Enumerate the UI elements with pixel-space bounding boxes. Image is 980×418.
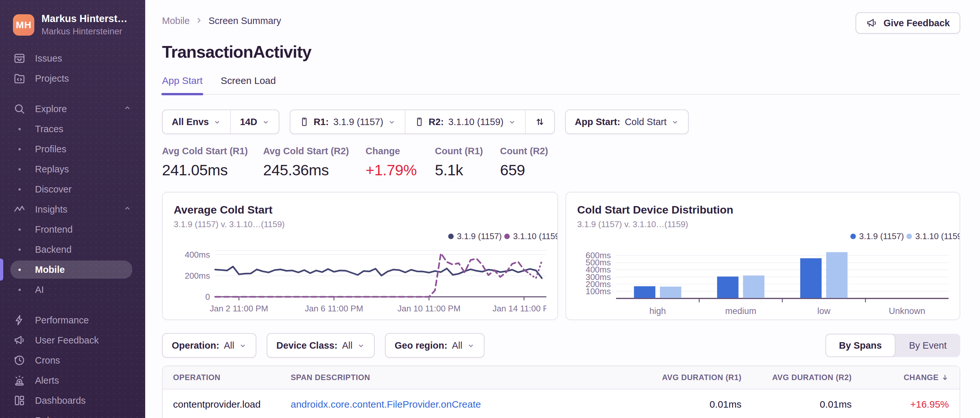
legend-label: 3.1.9 (1157) (859, 231, 904, 242)
bullet-icon (13, 243, 26, 256)
swap-arrows-icon (535, 117, 545, 127)
svg-text:medium: medium (725, 306, 756, 316)
svg-text:Unknown: Unknown (889, 306, 925, 316)
active-highlight (10, 261, 132, 279)
chart-legend: 3.1.9 (1157)3.1.10 (1159) (448, 231, 558, 242)
device-distribution-chart-card: Cold Start Device Distribution 3.1.9 (11… (565, 192, 960, 320)
stat-count-r1: Count (R1)5.1k (435, 146, 500, 179)
release-2-filter[interactable]: R2: 3.1.10 (1159) (406, 110, 525, 134)
chevron-down-icon (467, 342, 475, 350)
legend-label: 3.1.9 (1157) (457, 231, 502, 242)
stat-label: Change (366, 146, 435, 156)
sidebar-item-alerts[interactable]: Alerts (0, 370, 145, 391)
avg-cold-start-chart-card: Average Cold Start 3.1.9 (1157) v. 3.1.1… (162, 192, 558, 320)
sidebar-item-ai[interactable]: AI (0, 280, 145, 300)
sidebar-item-label: Projects (35, 73, 69, 84)
legend-label: 3.1.10 (1159) (513, 231, 558, 242)
sidebar-item-releases[interactable]: Releases (0, 410, 145, 418)
sidebar-item-profiles[interactable]: Profiles (0, 139, 145, 159)
stat-avg-cold-start-r2: Avg Cold Start (R2)245.36ms (263, 146, 366, 179)
chevron-down-icon (213, 118, 221, 126)
legend-dot (504, 234, 510, 239)
sidebar-item-label: Discover (35, 184, 72, 195)
geo-region-filter[interactable]: Geo region: All (386, 334, 484, 357)
toggle-by-event[interactable]: By Event (896, 334, 960, 357)
charts-row: Average Cold Start 3.1.9 (1157) v. 3.1.1… (162, 192, 960, 320)
column-header-span-description: SPAN DESCRIPTION (280, 366, 639, 389)
legend-item-3-1-10-1159[interactable]: 3.1.10 (1159) (907, 231, 960, 242)
chevron-down-icon (671, 118, 679, 126)
sidebar-item-backend[interactable]: Backend (0, 240, 145, 259)
tab-screen-load[interactable]: Screen Load (221, 75, 276, 94)
legend-item-3-1-9-1157[interactable]: 3.1.9 (1157) (448, 231, 502, 242)
date-range-filter[interactable]: 14D (231, 110, 278, 134)
org-switcher[interactable]: MH Markus Hinterst… Markus Hintersteiner (0, 0, 145, 37)
swap-releases-button[interactable] (526, 110, 554, 134)
sidebar-item-traces[interactable]: Traces (0, 119, 145, 139)
sidebar-item-frontend[interactable]: Frontend (0, 219, 145, 240)
megaphone-icon (866, 17, 878, 29)
stat-label: Avg Cold Start (R2) (263, 146, 366, 156)
sidebar-item-replays[interactable]: Replays (0, 159, 145, 179)
operation-filter-label: Operation: (172, 340, 220, 351)
stat-label: Count (R2) (500, 146, 548, 156)
chart-legend: 3.1.9 (1157)3.1.10 (1159) (850, 231, 960, 242)
toggle-by-spans[interactable]: By Spans (826, 334, 896, 357)
operation-filter[interactable]: Operation: All (163, 334, 256, 357)
column-header-change[interactable]: CHANGE (862, 366, 959, 389)
stat-label: Avg Cold Start (R1) (162, 146, 263, 156)
chart-subtitle: 3.1.9 (1157) v. 3.1.10…(1159) (174, 219, 546, 229)
environment-filter[interactable]: All Envs (163, 110, 230, 134)
column-header-avg-duration-r2: AVG DURATION (R2) (752, 366, 862, 389)
spans-event-toggle: By SpansBy Event (826, 334, 960, 357)
svg-text:400ms: 400ms (185, 250, 210, 259)
spans-table-card: OPERATIONSPAN DESCRIPTIONAVG DURATION (R… (162, 366, 960, 418)
bullet-icon (13, 122, 26, 135)
stat-value: 5.1k (435, 161, 500, 179)
sidebar-item-projects[interactable]: Projects (0, 68, 145, 89)
column-header-avg-duration-r1: AVG DURATION (R1) (639, 366, 752, 389)
cell-operation: contentprovider.load (163, 389, 280, 418)
screen-summary-page: { "sidebar": { "user": {"initials": "MH"… (0, 0, 980, 418)
table-body: contentprovider.loadandroidx.core.conten… (163, 389, 959, 418)
legend-item-3-1-10-1159[interactable]: 3.1.10 (1159) (504, 231, 558, 242)
chevron-up-icon (123, 204, 132, 215)
span-description-link[interactable]: androidx.core.content.FileProvider.onCre… (291, 399, 481, 410)
sidebar-item-insights[interactable]: Insights (0, 199, 145, 219)
app-start-type-filter[interactable]: App Start: Cold Start (566, 110, 688, 134)
sidebar-item-issues[interactable]: Issues (0, 48, 145, 68)
sidebar-item-mobile[interactable]: Mobile (0, 259, 145, 280)
sidebar-item-label: User Feedback (35, 335, 99, 346)
sidebar-item-performance[interactable]: Performance (0, 310, 145, 330)
release-1-filter[interactable]: R1: 3.1.9 (1157) (290, 110, 405, 134)
sidebar-item-label: Alerts (35, 375, 59, 386)
legend-item-3-1-9-1157[interactable]: 3.1.9 (1157) (850, 231, 904, 242)
lightning-icon (13, 314, 26, 327)
svg-text:low: low (817, 306, 830, 316)
sidebar-item-dashboards[interactable]: Dashboards (0, 391, 145, 410)
bullet-icon (13, 263, 26, 276)
stat-value: 241.05ms (162, 161, 263, 179)
chevron-down-icon (357, 342, 365, 350)
stat-value: 245.36ms (263, 161, 366, 179)
tab-app-start[interactable]: App Start (162, 75, 202, 94)
chart-title: Cold Start Device Distribution (577, 203, 948, 216)
breadcrumb-parent[interactable]: Mobile (162, 16, 189, 26)
sidebar-item-explore[interactable]: Explore (0, 99, 145, 119)
device-class-filter[interactable]: Device Class: All (267, 334, 374, 357)
operation-filter-group: Operation: All (162, 333, 256, 358)
give-feedback-button[interactable]: Give Feedback (856, 12, 960, 34)
stats-row: Avg Cold Start (R1)241.05msAvg Cold Star… (162, 146, 960, 179)
tab-bar: App StartScreen Load (162, 75, 960, 95)
release-compare-group: R1: 3.1.9 (1157) R2: 3.1.10 (1159) (290, 110, 555, 134)
table-header-row: OPERATIONSPAN DESCRIPTIONAVG DURATION (R… (163, 366, 959, 389)
app-start-type-label: App Start: (575, 117, 620, 127)
sidebar-item-user-feedback[interactable]: User Feedback (0, 330, 145, 350)
line-chart: 0200ms400msJan 2 11:00 PMJan 6 11:00 PMJ… (174, 238, 546, 320)
sidebar-item-crons[interactable]: Crons (0, 350, 145, 370)
mobile-phone-icon (299, 117, 309, 127)
sidebar-item-label: Performance (35, 315, 89, 326)
chevron-down-icon (388, 118, 396, 126)
breadcrumb: Mobile Screen Summary (162, 15, 281, 27)
sidebar-item-discover[interactable]: Discover (0, 179, 145, 199)
